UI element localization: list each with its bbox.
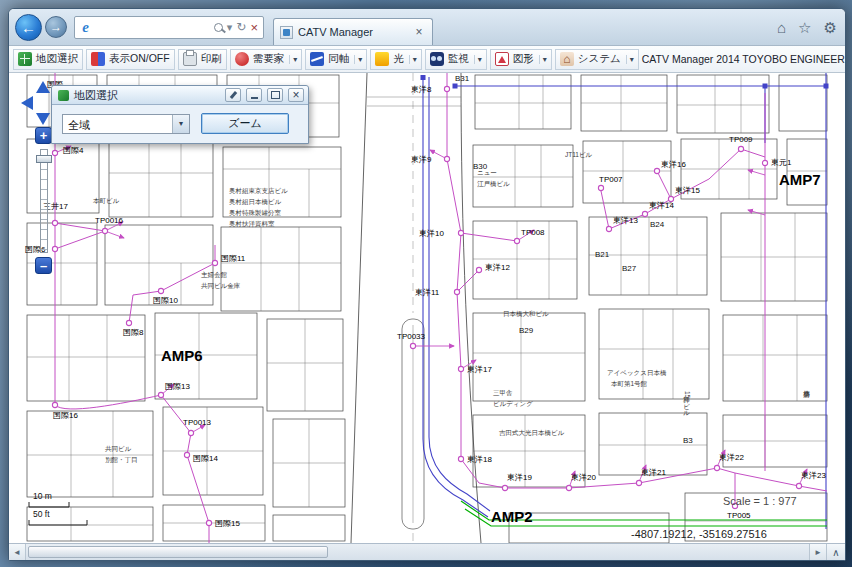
network-node[interactable]: 東洋20 — [566, 473, 596, 491]
network-node[interactable]: 東洋23 — [796, 471, 826, 489]
node-label: 東洋20 — [571, 473, 596, 482]
toolbar-label: 監視 — [448, 52, 469, 66]
node-label: 国際15 — [215, 519, 240, 528]
toolbar-optical[interactable]: 光 — [370, 49, 422, 70]
network-node[interactable]: 国際8 — [123, 320, 144, 337]
network-node[interactable]: 東洋10 — [419, 229, 464, 238]
network-node[interactable]: TP008 — [514, 228, 545, 244]
network-node[interactable]: 東洋21 — [636, 468, 666, 486]
zoom-slider-track[interactable] — [40, 149, 48, 253]
favorites-button[interactable] — [798, 20, 811, 35]
node-label: TP008 — [521, 228, 545, 237]
collapse-button[interactable] — [826, 544, 845, 560]
scrollbar-track[interactable] — [26, 544, 809, 560]
dialog-close-button[interactable] — [288, 88, 304, 102]
network-node[interactable]: 国際4 — [52, 146, 84, 156]
dialog-minimize-button[interactable] — [246, 88, 262, 102]
refresh-icon[interactable] — [234, 21, 248, 33]
scroll-right-button[interactable] — [809, 544, 826, 560]
stop-icon[interactable] — [248, 21, 260, 34]
close-icon — [292, 88, 299, 102]
network-node[interactable]: 東洋16 — [654, 160, 686, 174]
map-label: 本町第1号館 — [611, 380, 648, 388]
dialog-pin-button[interactable] — [225, 88, 241, 102]
network-node[interactable]: 東元1 — [762, 158, 792, 167]
pan-up-button[interactable] — [36, 81, 50, 93]
customer-dropdown-icon[interactable] — [289, 55, 297, 64]
network-node[interactable]: 国際13 — [158, 382, 190, 398]
toolbar-map-select[interactable]: 地図選択 — [13, 49, 83, 70]
tab-catv-manager[interactable]: CATV Manager — [273, 18, 433, 45]
scale-readout: Scale = 1 : 977 — [723, 495, 797, 507]
scroll-left-button[interactable] — [9, 544, 26, 560]
search-dropdown-icon[interactable] — [225, 22, 235, 33]
tab-close-button[interactable] — [412, 25, 426, 39]
dialog-maximize-button[interactable] — [267, 88, 283, 102]
pan-left-button[interactable] — [21, 96, 33, 110]
region-dropdown-icon[interactable] — [172, 115, 189, 133]
network-node[interactable]: 東洋11 — [415, 288, 460, 297]
map-label: JT11ビル — [565, 151, 593, 158]
node-label: TP005 — [727, 511, 751, 520]
map-label: 奥村組東京支店ビル — [229, 187, 288, 195]
toolbar-print[interactable]: 印刷 — [178, 49, 227, 70]
node-label: 東洋23 — [801, 471, 826, 480]
network-node[interactable]: 東洋17 — [458, 365, 492, 374]
node-label: 東洋12 — [485, 263, 510, 272]
app-toolbar: 地図選択 表示ON/OFF 印刷 需要家 同軸 光 監視 — [9, 46, 845, 73]
network-node[interactable]: TP009 — [729, 135, 753, 152]
zoom-out-button[interactable] — [35, 257, 52, 274]
network-node[interactable]: 東洋9 — [411, 155, 450, 164]
dialog-zoom-button[interactable]: ズーム — [201, 113, 289, 134]
network-node[interactable]: 国際15 — [206, 519, 240, 528]
network-node[interactable]: 国際11 — [212, 254, 245, 266]
node-label: TP007 — [599, 175, 623, 184]
toolbar-customer[interactable]: 需要家 — [230, 49, 303, 70]
tools-button[interactable] — [824, 20, 837, 35]
address-bar: e — [74, 16, 264, 39]
pan-down-button[interactable] — [36, 113, 50, 125]
display-toggle-icon — [91, 52, 105, 66]
network-node[interactable]: TP0013 — [183, 418, 212, 436]
shapes-dropdown-icon[interactable] — [539, 55, 547, 64]
map-viewport[interactable]: 国際4三井17TP0016国際6国際11国際10国際8国際13国際16TP001… — [9, 73, 845, 543]
node-label: 東洋14 — [649, 201, 674, 210]
home-button[interactable] — [777, 20, 786, 35]
toolbar-system[interactable]: システム — [555, 49, 639, 70]
map-label: 奥村扶洋資料室 — [229, 220, 275, 228]
monitor-dropdown-icon[interactable] — [474, 55, 482, 64]
system-dropdown-icon[interactable] — [626, 55, 634, 64]
toolbar-coax[interactable]: 同軸 — [305, 49, 367, 70]
network-node[interactable]: 東洋13 — [606, 216, 638, 232]
node-label: 国際10 — [153, 296, 178, 305]
zoom-slider-thumb[interactable] — [36, 155, 52, 163]
map-icon — [58, 90, 69, 101]
network-node[interactable]: TP0016 — [95, 216, 124, 234]
toolbar-monitor[interactable]: 監視 — [425, 49, 487, 70]
back-button[interactable] — [15, 14, 42, 41]
toolbar-label: 光 — [393, 52, 404, 66]
node-label: 東洋21 — [641, 468, 666, 477]
zoom-in-button[interactable] — [35, 127, 52, 144]
region-select[interactable]: 全域 — [62, 114, 190, 134]
map-select-icon — [18, 52, 32, 66]
toolbar-display-toggle[interactable]: 表示ON/OFF — [86, 49, 175, 70]
network-node[interactable]: 国際16 — [52, 402, 78, 420]
dialog-titlebar[interactable]: 地図選択 — [52, 86, 308, 105]
address-input[interactable] — [93, 17, 212, 38]
search-icon[interactable] — [214, 23, 223, 32]
network-node[interactable]: 東洋12 — [476, 263, 510, 273]
optical-dropdown-icon[interactable] — [409, 55, 417, 64]
network-node[interactable]: TP007 — [598, 175, 623, 191]
network-node[interactable]: 東洋8 — [411, 85, 450, 94]
map-label: 共同ビル — [105, 445, 132, 453]
network-node[interactable]: 東洋22 — [714, 453, 744, 471]
node-label: 国際8 — [123, 328, 144, 337]
toolbar-label: 図形 — [513, 52, 534, 66]
toolbar-shapes[interactable]: 図形 — [490, 49, 552, 70]
coax-dropdown-icon[interactable] — [354, 55, 362, 64]
scrollbar-thumb[interactable] — [28, 546, 328, 558]
node-label: 東洋19 — [507, 473, 532, 482]
forward-button[interactable] — [45, 16, 67, 38]
network-node[interactable]: 国際10 — [153, 288, 178, 305]
